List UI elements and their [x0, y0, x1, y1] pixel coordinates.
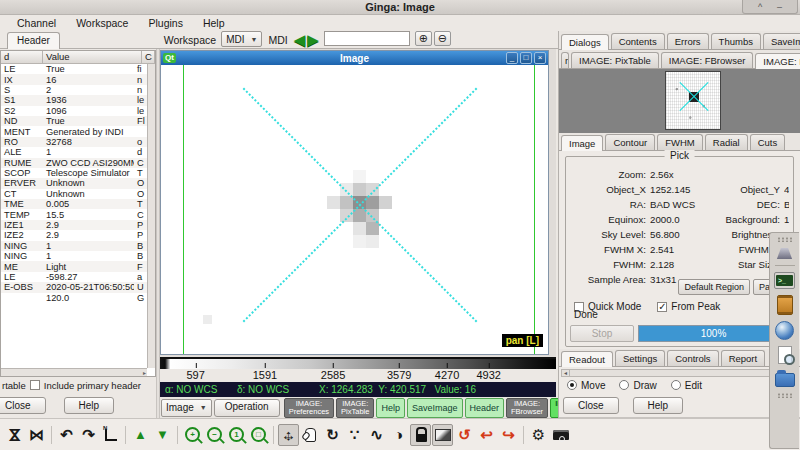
table-row[interactable]: IZE2 2.9 P: [1, 230, 147, 240]
next-image-icon[interactable]: ▼: [152, 424, 173, 446]
workspace-type-select[interactable]: MDI ▼: [221, 31, 262, 47]
nodes-icon[interactable]: ∵: [344, 424, 365, 446]
header-button[interactable]: Header: [465, 398, 505, 418]
launcher-grip[interactable]: [777, 393, 793, 398]
menu-workspace[interactable]: Workspace: [67, 16, 137, 30]
table-row[interactable]: S1 1936 le: [1, 95, 147, 105]
image-preferences-button[interactable]: IMAGE: Preferences: [284, 398, 334, 418]
table-row[interactable]: 120.0 G: [1, 293, 147, 303]
restore-icon[interactable]: □: [520, 52, 532, 64]
flip-x-icon[interactable]: ⋈: [4, 424, 26, 445]
tab-pick-fwhm[interactable]: FWHM: [657, 134, 703, 150]
tab-dialogs[interactable]: Dialogs: [561, 34, 609, 50]
horizontal-scrollbar[interactable]: ▸: [1, 368, 147, 376]
channel-select[interactable]: Image ▼: [161, 399, 212, 417]
radio-edit[interactable]: Edit: [671, 380, 702, 391]
titlebar-buttons[interactable]: ^ –: [742, 0, 798, 14]
colorbar[interactable]: [160, 357, 556, 369]
table-row[interactable]: LE True fi: [1, 64, 147, 74]
table-row[interactable]: NING 1 B: [1, 241, 147, 251]
horizontal-scrollbar[interactable]: ◂: [561, 369, 798, 377]
radio-icon[interactable]: [671, 380, 681, 390]
tab-header[interactable]: Header: [7, 32, 60, 49]
help-button[interactable]: Help: [376, 398, 405, 418]
snapshot-camera-icon[interactable]: [550, 424, 571, 446]
levels-icon[interactable]: [432, 424, 453, 446]
header-table-columns[interactable]: d Value C: [1, 51, 155, 64]
image-window-titlebar[interactable]: Qt Image _ □ ×: [161, 51, 548, 65]
desktop-stone-icon[interactable]: [775, 248, 795, 259]
table-row[interactable]: ND True Fl: [1, 116, 147, 126]
tab-contents[interactable]: Contents: [611, 33, 665, 49]
menu-help[interactable]: Help: [194, 16, 234, 30]
table-row[interactable]: TEMP 15.5 C: [1, 209, 147, 219]
rotate-cw-icon[interactable]: ↷: [78, 424, 99, 446]
header-close-button[interactable]: Close: [0, 397, 46, 414]
radio-icon[interactable]: [619, 380, 629, 390]
table-row[interactable]: RUME ZWO CCD ASI290MM C: [1, 158, 147, 168]
flip-y-icon[interactable]: ⋈: [26, 424, 47, 446]
launcher-grip[interactable]: [777, 237, 793, 242]
next-workspace-arrow-icon[interactable]: ▶: [307, 33, 319, 47]
minimize-icon[interactable]: _: [506, 52, 518, 64]
table-row[interactable]: ALE 1 d: [1, 147, 147, 157]
close-icon[interactable]: ×: [534, 52, 546, 64]
from-peak-checkbox[interactable]: From Peak: [657, 301, 720, 312]
reset-pan-icon[interactable]: ↩: [476, 424, 497, 446]
include-primary-header-checkbox[interactable]: [30, 380, 40, 390]
radio-selected-icon[interactable]: [567, 380, 577, 390]
zoom-in-icon[interactable]: +: [185, 427, 200, 442]
tab-preferences[interactable]: nces: [561, 52, 569, 68]
settings-gear-icon[interactable]: ⚙: [528, 424, 549, 446]
reset-zoom-icon[interactable]: ↪: [498, 424, 519, 446]
sortable-checkbox-label[interactable]: rtable: [2, 380, 26, 391]
globe-icon[interactable]: [775, 321, 794, 340]
pick-preview-image[interactable]: [665, 71, 721, 130]
minimize-icon[interactable]: –: [777, 2, 782, 12]
tab-controls[interactable]: Controls: [667, 350, 718, 366]
tab-report[interactable]: Report: [721, 350, 766, 366]
table-row[interactable]: TME 0.005 T: [1, 199, 147, 209]
rotate-ccw-icon[interactable]: ↶: [56, 424, 77, 446]
menu-channel[interactable]: Channel: [8, 16, 65, 30]
tab-readout[interactable]: Readout: [561, 351, 613, 367]
saveimage-button[interactable]: SaveImage: [407, 398, 463, 418]
shade-icon[interactable]: ^: [758, 2, 762, 12]
vertical-scrollbar[interactable]: [147, 64, 155, 368]
workspace-zoom-in-icon[interactable]: ⊕: [415, 31, 432, 46]
rotate-icon[interactable]: ↻: [322, 424, 343, 446]
terminal-icon[interactable]: [774, 272, 795, 289]
checkbox-checked-icon[interactable]: [657, 302, 667, 312]
hand-icon[interactable]: [300, 424, 321, 446]
reset-rotation-icon[interactable]: ↺: [454, 424, 475, 446]
table-row[interactable]: S2 1096 le: [1, 106, 147, 116]
tab-errors[interactable]: Errors: [667, 33, 709, 49]
table-row[interactable]: RO 32768 o: [1, 137, 147, 147]
workspace-name-input[interactable]: [324, 31, 410, 46]
table-row[interactable]: S 2 n: [1, 85, 147, 95]
image-mdi-window[interactable]: Qt Image _ □ ×: [160, 50, 549, 355]
table-row[interactable]: CT Unknown O: [1, 189, 147, 199]
default-region-button[interactable]: Default Region: [678, 279, 750, 295]
pick-help-button[interactable]: Help: [633, 397, 684, 414]
table-row[interactable]: IZE1 2.9 P: [1, 220, 147, 230]
scroll-left-arrow-icon[interactable]: ◂: [562, 370, 570, 376]
table-row[interactable]: ERVER Unknown O: [1, 178, 147, 188]
table-row[interactable]: NING 1 B: [1, 251, 147, 261]
image-fbrowser-button[interactable]: IMAGE: FBrowser: [506, 398, 548, 418]
table-row[interactable]: MENT Generated by INDI: [1, 126, 147, 136]
document-search-icon[interactable]: [778, 346, 792, 364]
folder-icon[interactable]: [775, 373, 795, 387]
zoom-fit-icon[interactable]: □: [251, 427, 266, 442]
zoom-1to1-icon[interactable]: 1: [229, 427, 244, 442]
operation-button[interactable]: Operation: [214, 399, 280, 417]
tab-saveimage[interactable]: SaveImage: [763, 33, 800, 49]
cuts-plot-icon[interactable]: ∿: [366, 424, 387, 446]
contrast-icon[interactable]: ◑: [388, 424, 409, 446]
prev-image-icon[interactable]: ▲: [130, 424, 151, 446]
table-row[interactable]: E-OBS 2020-05-21T06:50:50.749Z U: [1, 282, 147, 292]
file-cabinet-icon[interactable]: [777, 295, 793, 315]
stop-button[interactable]: Stop: [570, 325, 634, 342]
tab-image-pixtable[interactable]: IMAGE: PixTable: [571, 52, 659, 68]
table-row[interactable]: IX 16 n: [1, 74, 147, 84]
